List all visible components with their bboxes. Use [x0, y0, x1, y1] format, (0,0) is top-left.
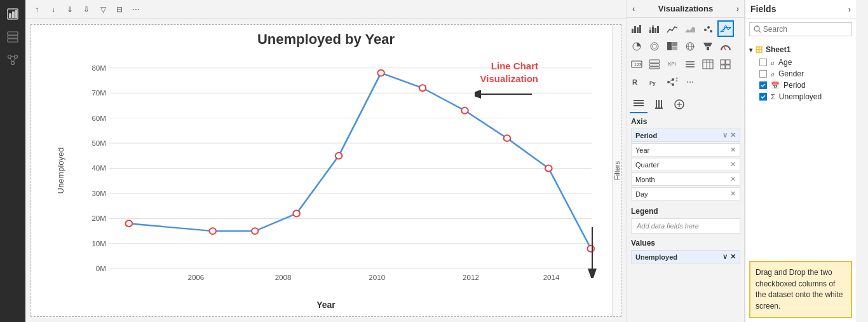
search-input[interactable] [763, 25, 848, 34]
svg-rect-100 [661, 100, 662, 108]
axis-month-label: Month [635, 176, 655, 183]
period-close-icon[interactable]: ✕ [730, 131, 736, 139]
unemployed-checkbox[interactable] [759, 93, 767, 101]
viz-bar-chart[interactable] [628, 20, 645, 37]
viz-scatter[interactable] [700, 20, 716, 37]
filters-label: Filters [613, 161, 621, 180]
viz-next-button[interactable]: › [736, 4, 739, 13]
sort-desc-icon[interactable]: ↓ [47, 3, 60, 16]
day-close-icon[interactable]: ✕ [730, 190, 736, 198]
viz-area[interactable] [682, 20, 698, 37]
sheet-collapse-icon[interactable]: ▾ [749, 46, 752, 53]
viz-analytics-button[interactable] [670, 95, 688, 113]
values-section: Values Unemployed ∨ ✕ [627, 236, 744, 266]
svg-rect-42 [637, 27, 639, 33]
viz-more[interactable]: ⋯ [682, 74, 698, 90]
svg-point-54 [722, 30, 724, 32]
period-field-label: Period [783, 81, 806, 90]
svg-text:60M: 60M [92, 115, 106, 122]
age-label: Age [778, 58, 792, 67]
viz-multirow-card[interactable] [646, 56, 663, 73]
viz-treemap[interactable] [664, 38, 681, 55]
svg-rect-48 [654, 28, 656, 33]
viz-gauge[interactable] [717, 38, 734, 55]
axis-item-quarter: Quarter ✕ [631, 158, 740, 171]
viz-kpi[interactable]: KPI [664, 56, 681, 73]
viz-stacked-bar[interactable] [646, 20, 663, 37]
sort-asc-icon[interactable]: ↑ [31, 3, 43, 16]
viz-matrix[interactable] [717, 56, 734, 73]
period-expand-icon[interactable]: ∨ [722, 131, 728, 139]
viz-py-visual[interactable]: Py [646, 74, 663, 90]
data-icon[interactable] [4, 28, 22, 46]
x-axis-label: Year [316, 300, 336, 310]
fields-panel: Fields › ▾ ⊞ Sheet1 𝑎 [745, 0, 856, 322]
viz-r-visual[interactable]: R [628, 74, 645, 90]
viz-pie[interactable] [628, 38, 645, 55]
search-box[interactable] [749, 22, 852, 36]
viz-map[interactable] [682, 38, 698, 55]
axis-item-day: Day ✕ [631, 187, 740, 200]
toolbar: ↑ ↓ ⇓ ⇩ ▽ ⊟ ⋯ [25, 0, 627, 19]
values-close-icon[interactable]: ✕ [730, 253, 736, 261]
age-checkbox-area[interactable] [759, 59, 767, 66]
field-unemployed: Σ Unemployed [749, 91, 852, 102]
more-icon[interactable]: ⋯ [130, 3, 142, 16]
viz-format-button[interactable] [650, 95, 668, 113]
viz-prev-button[interactable]: ‹ [632, 4, 635, 13]
quarter-close-icon[interactable]: ✕ [730, 160, 736, 169]
gender-checkbox-area[interactable] [759, 70, 767, 78]
svg-text:70M: 70M [92, 89, 106, 97]
svg-rect-101 [655, 108, 663, 109]
viz-funnel[interactable] [700, 38, 716, 55]
svg-rect-96 [634, 102, 644, 104]
svg-rect-95 [634, 100, 644, 101]
gender-checkbox[interactable] [759, 70, 767, 78]
svg-text:2010: 2010 [369, 274, 385, 281]
svg-line-12 [13, 58, 15, 62]
viz-line-area[interactable] [664, 20, 681, 37]
viz-slicer[interactable] [682, 56, 698, 73]
viz-donut[interactable] [646, 38, 663, 55]
svg-rect-4 [8, 32, 18, 35]
viz-decomp-tree[interactable] [664, 74, 681, 90]
viz-table[interactable] [700, 56, 716, 73]
data-point-2013 [504, 135, 511, 141]
svg-point-8 [15, 55, 18, 59]
day-controls: ✕ [730, 190, 736, 198]
axis-day-label: Day [635, 190, 648, 198]
viz-line-chart-selected[interactable] [717, 20, 734, 37]
model-icon[interactable] [4, 51, 22, 69]
expand-icon[interactable]: ⊟ [113, 3, 126, 16]
unemployed-checkbox-area[interactable] [759, 93, 767, 101]
svg-rect-43 [639, 25, 641, 33]
filter-icon[interactable]: ▽ [97, 3, 109, 16]
month-close-icon[interactable]: ✕ [730, 175, 736, 183]
svg-text:2006: 2006 [187, 274, 204, 281]
sort-desc2-icon[interactable]: ⇓ [64, 3, 76, 16]
svg-rect-72 [649, 64, 660, 66]
period-controls: ∨ ✕ [722, 131, 736, 139]
age-type-icon: 𝑎 [771, 59, 775, 67]
axis-item-month: Month ✕ [631, 172, 740, 186]
year-close-icon[interactable]: ✕ [730, 146, 736, 154]
svg-text:20M: 20M [92, 215, 106, 223]
annotation-text: Line ChartVisualization [475, 60, 538, 85]
svg-rect-1 [9, 13, 11, 18]
age-checkbox[interactable] [759, 59, 767, 66]
sort-icon3[interactable]: ⇩ [80, 3, 93, 16]
viz-card[interactable]: 123 [628, 56, 645, 73]
viz-fields-button[interactable] [630, 95, 648, 113]
viz-panel-title: Visualizations [658, 4, 713, 13]
report-icon[interactable] [4, 5, 22, 23]
filters-side-panel[interactable]: Filters [612, 25, 621, 316]
svg-rect-5 [8, 36, 18, 38]
fields-collapse-button[interactable]: › [848, 4, 851, 14]
month-controls: ✕ [730, 175, 736, 183]
svg-text:80M: 80M [92, 64, 106, 72]
values-expand-icon[interactable]: ∨ [722, 253, 728, 261]
data-point-2004 [126, 220, 133, 227]
period-checkbox[interactable] [759, 81, 767, 89]
svg-point-9 [11, 62, 15, 65]
period-checkbox-area[interactable] [759, 81, 767, 89]
